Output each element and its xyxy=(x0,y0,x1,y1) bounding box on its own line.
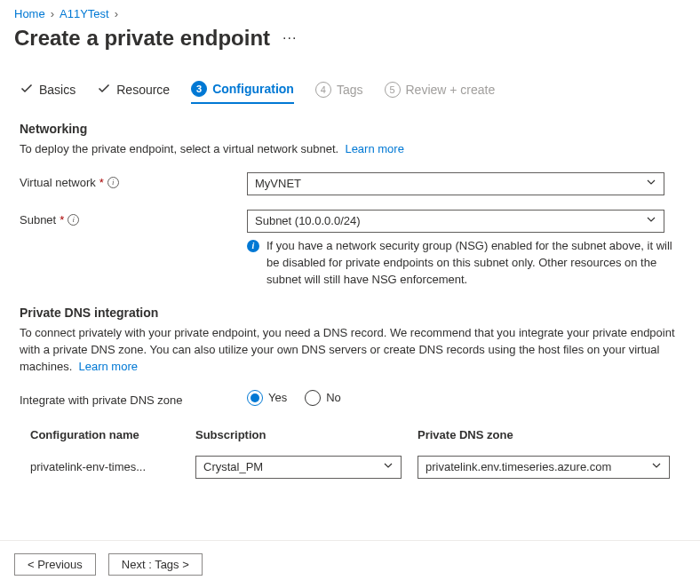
section-heading: Private DNS integration xyxy=(20,306,680,320)
label-text: Integrate with private DNS zone xyxy=(20,393,183,407)
select-value: Subnet (10.0.0.0/24) xyxy=(255,214,361,227)
dns-zone-select[interactable]: privatelink.env.timeseries.azure.com xyxy=(418,456,670,479)
page-title: Create a private endpoint xyxy=(14,26,270,51)
chevron-down-icon xyxy=(646,177,656,190)
chevron-down-icon xyxy=(646,214,656,227)
radio-yes[interactable]: Yes xyxy=(247,390,287,406)
radio-label: Yes xyxy=(268,391,287,404)
section-private-dns: Private DNS integration To connect priva… xyxy=(0,288,700,407)
required-star: * xyxy=(99,176,104,189)
tab-configuration[interactable]: 3 Configuration xyxy=(191,81,294,104)
integrate-radio-group: Yes No xyxy=(247,390,341,406)
tab-review-create: 5 Review + create xyxy=(385,81,496,104)
label-text: Virtual network xyxy=(20,176,96,189)
field-label: Integrate with private DNS zone xyxy=(20,390,247,407)
note-text: If you have a network security group (NS… xyxy=(266,238,673,289)
virtual-network-select[interactable]: MyVNET xyxy=(247,172,664,195)
field-integrate-dns: Integrate with private DNS zone Yes No xyxy=(20,390,680,407)
step-number-icon: 3 xyxy=(191,81,207,97)
next-button[interactable]: Next : Tags > xyxy=(108,553,203,576)
table-header: Configuration name Subscription Private … xyxy=(20,423,680,447)
info-icon: i xyxy=(247,240,259,252)
tab-label: Resource xyxy=(116,83,170,97)
radio-no[interactable]: No xyxy=(305,390,341,406)
tab-label: Configuration xyxy=(212,82,294,96)
tab-tags: 4 Tags xyxy=(315,81,363,104)
chevron-down-icon xyxy=(651,460,662,473)
previous-button[interactable]: < Previous xyxy=(14,553,96,576)
breadcrumb: Home › A11YTest › xyxy=(0,0,700,24)
step-number-icon: 5 xyxy=(385,82,401,98)
wizard-footer: < Previous Next : Tags > xyxy=(0,540,700,588)
tab-resource[interactable]: Resource xyxy=(97,81,170,104)
check-icon xyxy=(97,82,111,99)
col-header-zone: Private DNS zone xyxy=(418,428,670,441)
desc-text: To deploy the private endpoint, select a… xyxy=(20,142,338,155)
section-description: To deploy the private endpoint, select a… xyxy=(20,141,680,158)
tab-label: Tags xyxy=(337,83,363,97)
check-icon xyxy=(20,82,34,99)
table-row: privatelink-env-times... Crystal_PM priv… xyxy=(20,447,680,488)
section-heading: Networking xyxy=(20,122,680,136)
tab-basics[interactable]: Basics xyxy=(20,81,76,104)
breadcrumb-home[interactable]: Home xyxy=(14,7,45,20)
chevron-down-icon xyxy=(383,460,394,473)
field-virtual-network: Virtual network * i MyVNET xyxy=(20,172,680,195)
radio-icon xyxy=(305,390,321,406)
dns-config-table: Configuration name Subscription Private … xyxy=(20,423,680,488)
info-icon[interactable]: i xyxy=(107,177,119,188)
learn-more-link[interactable]: Learn more xyxy=(78,360,137,373)
label-text: Subnet xyxy=(20,213,56,226)
select-value: Crystal_PM xyxy=(203,460,263,473)
section-description: To connect privately with your private e… xyxy=(20,325,680,376)
col-header-config: Configuration name xyxy=(30,428,195,441)
subscription-select[interactable]: Crystal_PM xyxy=(195,456,402,479)
breadcrumb-item[interactable]: A11YTest xyxy=(60,7,109,20)
config-name-cell: privatelink-env-times... xyxy=(30,460,195,473)
field-subnet: Subnet * i Subnet (10.0.0.0/24) xyxy=(20,210,680,233)
tab-label: Review + create xyxy=(406,83,496,97)
learn-more-link[interactable]: Learn more xyxy=(345,142,403,155)
subnet-select[interactable]: Subnet (10.0.0.0/24) xyxy=(247,210,664,233)
more-actions-icon[interactable]: ··· xyxy=(282,30,297,46)
wizard-tabs: Basics Resource 3 Configuration 4 Tags 5… xyxy=(0,81,700,104)
select-value: privatelink.env.timeseries.azure.com xyxy=(426,460,611,473)
chevron-right-icon: › xyxy=(115,7,118,20)
step-number-icon: 4 xyxy=(315,82,331,98)
col-header-subscription: Subscription xyxy=(195,428,418,441)
info-icon[interactable]: i xyxy=(68,214,79,226)
tab-label: Basics xyxy=(39,83,76,97)
config-name-text: privatelink-env-times... xyxy=(30,460,181,473)
radio-label: No xyxy=(326,391,341,404)
select-value: MyVNET xyxy=(255,177,301,190)
chevron-right-icon: › xyxy=(51,7,54,20)
nsg-info-note: i If you have a network security group (… xyxy=(247,238,673,289)
required-star: * xyxy=(60,213,64,226)
field-label: Subnet * i xyxy=(20,210,247,226)
section-networking: Networking To deploy the private endpoin… xyxy=(0,104,700,288)
title-row: Create a private endpoint ··· xyxy=(0,24,700,67)
field-label: Virtual network * i xyxy=(20,172,247,189)
radio-icon xyxy=(247,390,263,406)
